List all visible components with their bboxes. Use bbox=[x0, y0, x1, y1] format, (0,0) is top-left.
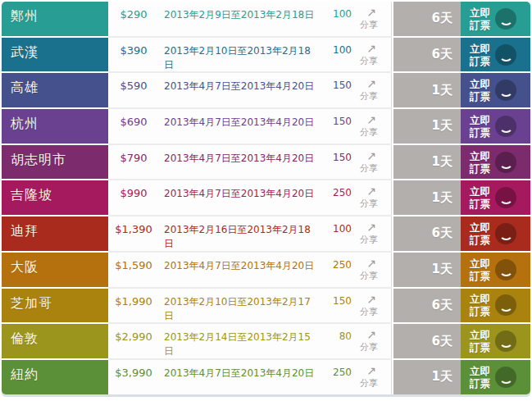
deal-details: $290 2013年2月9日至2013年2月18日 100 ↗ 分享 bbox=[108, 2, 392, 36]
price-label: $390 bbox=[108, 44, 159, 57]
city-cell: 迪拜 bbox=[2, 216, 108, 251]
quantity-label: 250 bbox=[319, 259, 352, 271]
book-button[interactable]: 立即 訂票 bbox=[461, 216, 530, 251]
deal-details: $590 2013年4月7日至2013年4月20日 150 ↗ 分享 bbox=[108, 73, 392, 107]
share-link[interactable]: ↗ 分享 bbox=[352, 78, 391, 101]
share-label: 分享 bbox=[360, 21, 378, 30]
date-range-label: 2013年2月9日至2013年2月18日 bbox=[159, 8, 319, 22]
date-range-label: 2013年2月14日至2013年2月15日 bbox=[159, 330, 319, 358]
smile-icon bbox=[495, 44, 516, 66]
book-button-label: 立即 訂票 bbox=[470, 114, 490, 139]
date-range-label: 2013年2月16日至2013年2月18日 bbox=[159, 223, 319, 251]
date-range-label: 2013年4月7日至2013年4月20日 bbox=[159, 116, 319, 130]
book-button[interactable]: 立即 訂票 bbox=[461, 73, 530, 107]
book-button[interactable]: 立即 訂票 bbox=[461, 360, 530, 394]
smile-icon bbox=[495, 80, 516, 101]
share-label: 分享 bbox=[360, 128, 378, 137]
deal-details: $1,990 2013年2月10日至2013年2月17日 150 ↗ 分享 bbox=[108, 289, 392, 323]
city-cell: 芝加哥 bbox=[2, 289, 108, 323]
book-button-label: 立即 訂票 bbox=[470, 257, 490, 282]
days-cell: 1天 bbox=[393, 360, 461, 394]
share-link[interactable]: ↗ 分享 bbox=[352, 150, 391, 173]
book-button[interactable]: 立即 訂票 bbox=[461, 324, 530, 358]
share-label: 分享 bbox=[360, 235, 378, 244]
deal-details: $3,990 2013年4月7日至2013年4月20日 250 ↗ 分享 bbox=[108, 360, 392, 394]
share-label: 分享 bbox=[360, 164, 378, 173]
days-label: 1天 bbox=[432, 190, 452, 206]
date-range-label: 2013年2月10日至2013年2月18日 bbox=[159, 44, 319, 72]
price-label: $790 bbox=[108, 152, 159, 164]
deal-details: $990 2013年4月7日至2013年4月20日 250 ↗ 分享 bbox=[108, 180, 392, 215]
days-cell: 1天 bbox=[393, 109, 461, 144]
days-cell: 6天 bbox=[393, 324, 461, 358]
share-label: 分享 bbox=[360, 199, 378, 208]
city-cell: 胡志明市 bbox=[2, 145, 108, 180]
days-label: 6天 bbox=[432, 47, 452, 62]
city-cell: 鄭州 bbox=[2, 2, 108, 36]
price-label: $2,990 bbox=[108, 330, 159, 343]
smile-icon bbox=[495, 223, 516, 244]
book-button[interactable]: 立即 訂票 bbox=[461, 289, 530, 323]
days-cell: 1天 bbox=[393, 73, 461, 107]
share-link[interactable]: ↗ 分享 bbox=[352, 329, 391, 352]
deal-row: 紐約 $3,990 2013年4月7日至2013年4月20日 250 ↗ 分享 … bbox=[2, 360, 530, 394]
share-link[interactable]: ↗ 分享 bbox=[352, 185, 391, 208]
deal-row: 高雄 $590 2013年4月7日至2013年4月20日 150 ↗ 分享 1天… bbox=[2, 73, 530, 107]
days-cell: 1天 bbox=[393, 253, 461, 287]
date-range-label: 2013年4月7日至2013年4月20日 bbox=[159, 80, 319, 93]
share-link[interactable]: ↗ 分享 bbox=[352, 221, 391, 244]
book-button-label: 立即 訂票 bbox=[470, 150, 490, 175]
smile-icon bbox=[495, 330, 516, 352]
book-button[interactable]: 立即 訂票 bbox=[461, 38, 530, 72]
deal-details: $690 2013年4月7日至2013年4月20日 150 ↗ 分享 bbox=[108, 109, 392, 144]
deal-row: 芝加哥 $1,990 2013年2月10日至2013年2月17日 150 ↗ 分… bbox=[2, 289, 530, 323]
share-link[interactable]: ↗ 分享 bbox=[352, 7, 391, 30]
days-label: 6天 bbox=[432, 11, 452, 26]
quantity-label: 150 bbox=[319, 116, 352, 127]
share-arrow-icon: ↗ bbox=[366, 294, 376, 305]
book-button[interactable]: 立即 訂票 bbox=[461, 145, 530, 180]
book-button[interactable]: 立即 訂票 bbox=[461, 109, 530, 144]
quantity-label: 250 bbox=[319, 367, 352, 378]
price-label: $290 bbox=[108, 8, 159, 21]
share-arrow-icon: ↗ bbox=[366, 114, 376, 125]
deal-row: 武漢 $390 2013年2月10日至2013年2月18日 100 ↗ 分享 6… bbox=[2, 38, 530, 72]
smile-icon bbox=[495, 187, 516, 208]
city-cell: 高雄 bbox=[2, 73, 108, 107]
deal-details: $1,590 2013年4月7日至2013年4月20日 250 ↗ 分享 bbox=[108, 253, 392, 287]
book-button[interactable]: 立即 訂票 bbox=[461, 253, 530, 287]
book-button-label: 立即 訂票 bbox=[470, 43, 490, 67]
smile-icon bbox=[495, 152, 516, 173]
share-arrow-icon: ↗ bbox=[366, 257, 376, 269]
smile-icon bbox=[495, 259, 516, 280]
book-button-label: 立即 訂票 bbox=[470, 365, 490, 390]
days-cell: 6天 bbox=[393, 2, 461, 36]
book-button-label: 立即 訂票 bbox=[470, 7, 490, 31]
book-button[interactable]: 立即 訂票 bbox=[461, 180, 530, 215]
days-label: 1天 bbox=[432, 262, 452, 277]
deal-details: $1,390 2013年2月16日至2013年2月18日 100 ↗ 分享 bbox=[108, 216, 392, 251]
deal-details: $790 2013年4月7日至2013年4月20日 150 ↗ 分享 bbox=[108, 145, 392, 180]
share-link[interactable]: ↗ 分享 bbox=[352, 257, 391, 280]
book-button-label: 立即 訂票 bbox=[470, 221, 490, 246]
city-cell: 杭州 bbox=[2, 109, 108, 144]
days-label: 1天 bbox=[432, 118, 452, 134]
quantity-label: 100 bbox=[319, 8, 352, 20]
share-link[interactable]: ↗ 分享 bbox=[352, 114, 391, 137]
book-button[interactable]: 立即 訂票 bbox=[461, 2, 530, 36]
deal-row: 迪拜 $1,390 2013年2月16日至2013年2月18日 100 ↗ 分享… bbox=[2, 216, 530, 251]
share-link[interactable]: ↗ 分享 bbox=[352, 365, 391, 388]
price-label: $1,590 bbox=[108, 259, 159, 271]
share-label: 分享 bbox=[360, 57, 378, 66]
share-label: 分享 bbox=[360, 92, 378, 101]
deal-row: 杭州 $690 2013年4月7日至2013年4月20日 150 ↗ 分享 1天… bbox=[2, 109, 530, 144]
share-link[interactable]: ↗ 分享 bbox=[352, 294, 391, 317]
days-cell: 1天 bbox=[393, 145, 461, 180]
share-link[interactable]: ↗ 分享 bbox=[352, 43, 391, 66]
deal-row: 倫敦 $2,990 2013年2月14日至2013年2月15日 80 ↗ 分享 … bbox=[2, 324, 530, 358]
city-cell: 紐約 bbox=[2, 360, 108, 394]
share-arrow-icon: ↗ bbox=[366, 7, 376, 18]
days-cell: 6天 bbox=[393, 38, 461, 72]
days-label: 6天 bbox=[432, 226, 452, 241]
quantity-label: 150 bbox=[319, 295, 352, 307]
